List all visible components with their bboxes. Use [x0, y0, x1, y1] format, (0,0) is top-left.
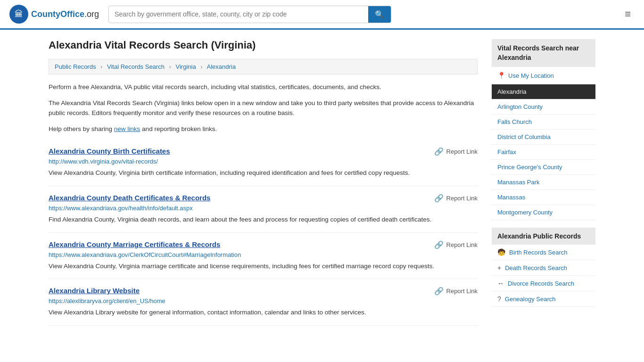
report-link[interactable]: 🔗 Report Link: [434, 240, 478, 249]
record-url[interactable]: https://www.alexandriava.gov/health/info…: [49, 205, 478, 212]
sidebar-item-label: Alexandria: [497, 88, 526, 95]
public-item-icon: +: [497, 264, 501, 272]
main-container: Alexandria Vital Records Search (Virgini…: [39, 30, 605, 335]
sidebar: Vital Records Search near Alexandria 📍 U…: [492, 39, 595, 326]
record-title[interactable]: Alexandria County Marriage Certificates …: [49, 240, 220, 248]
sidebar-nearby-item[interactable]: Prince George's County: [492, 160, 595, 175]
breadcrumb-virginia[interactable]: Virginia: [176, 63, 196, 70]
public-item-label[interactable]: Genealogy Search: [505, 296, 556, 303]
content-area: Alexandria Vital Records Search (Virgini…: [49, 39, 478, 326]
new-links[interactable]: new links: [114, 125, 140, 132]
breadcrumb-alexandria[interactable]: Alexandria: [207, 63, 236, 70]
report-icon: 🔗: [434, 194, 444, 203]
page-title: Alexandria Vital Records Search (Virgini…: [49, 39, 478, 51]
record-url[interactable]: http://www.vdh.virginia.gov/vital-record…: [49, 158, 478, 165]
sidebar-item-label[interactable]: Manassas: [497, 194, 525, 201]
sidebar-nearby-item[interactable]: Montgomery County: [492, 205, 595, 220]
sidebar-item-label[interactable]: Falls Church: [497, 118, 532, 125]
breadcrumb: Public Records › Vital Records Search › …: [49, 59, 478, 74]
sidebar-item-label[interactable]: District of Columbia: [497, 133, 551, 140]
public-item-icon: ↔: [497, 280, 504, 287]
record-item: Alexandria County Marriage Certificates …: [49, 233, 478, 280]
report-link[interactable]: 🔗 Report Link: [434, 194, 478, 203]
search-button[interactable]: 🔍: [368, 6, 391, 23]
sidebar-public-item[interactable]: 🧒 Birth Records Search: [492, 245, 595, 260]
sidebar-public-item[interactable]: + Death Records Search: [492, 260, 595, 276]
sidebar-item-label[interactable]: Prince George's County: [497, 164, 562, 171]
logo-text: CountyOffice.org: [31, 9, 99, 19]
site-header: 🏛 CountyOffice.org 🔍 ≡: [0, 0, 644, 30]
record-item: Alexandria County Birth Certificates 🔗 R…: [49, 140, 478, 186]
record-item: Alexandria Library Website 🔗 Report Link…: [49, 279, 478, 326]
record-title[interactable]: Alexandria Library Website: [49, 287, 140, 295]
logo-icon: 🏛: [9, 5, 28, 24]
site-logo[interactable]: 🏛 CountyOffice.org: [9, 5, 99, 24]
report-icon: 🔗: [434, 240, 444, 249]
sidebar-public-item[interactable]: ? Genealogy Search: [492, 291, 595, 307]
record-item: Alexandria County Death Certificates & R…: [49, 186, 478, 233]
sidebar-public-title: Alexandria Public Records: [492, 228, 595, 245]
public-items: 🧒 Birth Records Search + Death Records S…: [492, 245, 595, 307]
sidebar-nearby-item[interactable]: Arlington County: [492, 99, 595, 115]
breadcrumb-vital-records-search[interactable]: Vital Records Search: [107, 63, 165, 70]
public-item-label[interactable]: Death Records Search: [505, 264, 567, 272]
public-item-label[interactable]: Birth Records Search: [509, 249, 568, 256]
use-location-label: Use My Location: [508, 72, 554, 79]
record-desc: Find Alexandria County, Virginia death r…: [49, 214, 478, 225]
sidebar-item-label[interactable]: Arlington County: [497, 103, 543, 110]
report-label: Report Link: [446, 195, 478, 202]
sidebar-public-item[interactable]: ↔ Divorce Records Search: [492, 276, 595, 291]
intro-text-3: Help others by sharing new links and rep…: [49, 124, 478, 134]
record-title[interactable]: Alexandria County Birth Certificates: [49, 147, 170, 155]
intro-text-2: The Alexandria Vital Records Search (Vir…: [49, 98, 478, 118]
report-icon: 🔗: [434, 287, 444, 296]
record-url[interactable]: https://www.alexandriava.gov/ClerkOfCirc…: [49, 251, 478, 258]
public-item-icon: 🧒: [497, 248, 505, 256]
sidebar-item-label[interactable]: Manassas Park: [497, 179, 540, 186]
records-list: Alexandria County Birth Certificates 🔗 R…: [49, 140, 478, 325]
sidebar-nearby-item[interactable]: District of Columbia: [492, 130, 595, 145]
sidebar-item-label[interactable]: Fairfax: [497, 148, 516, 156]
search-input[interactable]: [109, 7, 368, 22]
record-desc: View Alexandria Library website for gene…: [49, 307, 478, 318]
sidebar-nearby-item[interactable]: Fairfax: [492, 145, 595, 160]
report-icon: 🔗: [434, 147, 444, 156]
report-label: Report Link: [446, 241, 478, 248]
public-item-icon: ?: [497, 295, 501, 303]
record-url[interactable]: https://alexlibraryva.org/client/en_US/h…: [49, 297, 478, 304]
sidebar-nearby-item[interactable]: Manassas: [492, 190, 595, 205]
sidebar-nearby-item[interactable]: Manassas Park: [492, 175, 595, 190]
location-icon: 📍: [497, 72, 505, 79]
search-bar: 🔍: [108, 6, 391, 23]
report-label: Report Link: [446, 148, 478, 155]
intro-text-1: Perform a free Alexandria, VA public vit…: [49, 82, 478, 92]
menu-button[interactable]: ≡: [621, 6, 635, 22]
record-desc: View Alexandria County, Virginia marriag…: [49, 261, 478, 272]
breadcrumb-public-records[interactable]: Public Records: [55, 63, 96, 70]
report-link[interactable]: 🔗 Report Link: [434, 147, 478, 156]
public-item-label[interactable]: Divorce Records Search: [508, 280, 574, 287]
report-label: Report Link: [446, 288, 478, 295]
sidebar-nearby-title: Vital Records Search near Alexandria: [492, 39, 595, 67]
record-title[interactable]: Alexandria County Death Certificates & R…: [49, 194, 210, 202]
record-desc: View Alexandria County, Virginia birth c…: [49, 168, 478, 178]
sidebar-nearby-item[interactable]: Alexandria: [492, 84, 595, 99]
sidebar-nearby-item[interactable]: Falls Church: [492, 115, 595, 130]
sidebar-item-label[interactable]: Montgomery County: [497, 209, 553, 216]
nearby-items: AlexandriaArlington CountyFalls ChurchDi…: [492, 84, 595, 220]
use-my-location[interactable]: 📍 Use My Location: [492, 67, 595, 84]
report-link[interactable]: 🔗 Report Link: [434, 287, 478, 296]
